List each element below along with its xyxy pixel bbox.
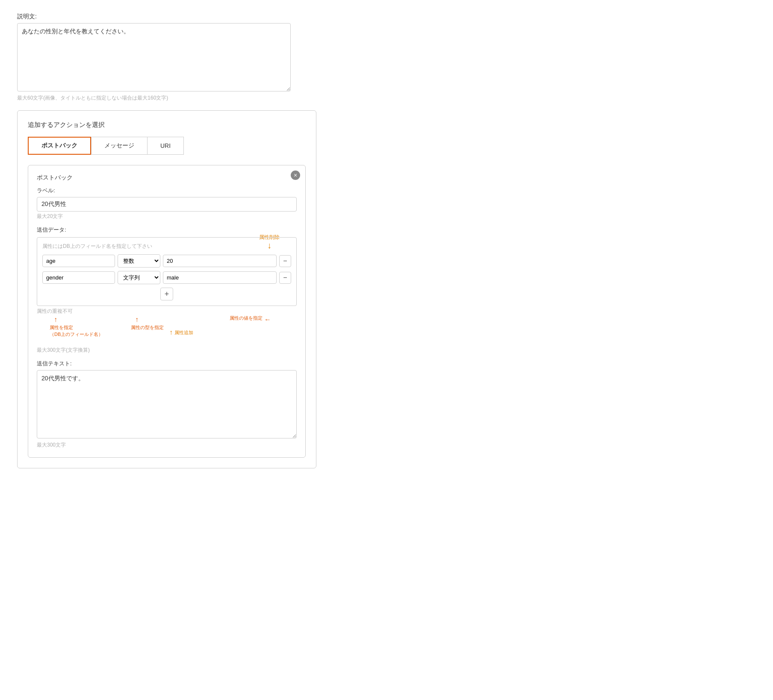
- annotation-attr-value: 属性の値を指定 ←: [230, 315, 271, 324]
- send-text-max-hint: 最大300文字: [37, 441, 297, 449]
- tab-bar: ポストバック メッセージ URI: [28, 137, 306, 155]
- description-label: 説明文:: [17, 13, 756, 21]
- action-selector-title: 追加するアクションを選択: [28, 121, 306, 129]
- description-textarea[interactable]: あなたの性別と年代を教えてください。: [17, 23, 291, 91]
- postback-card-title: ポストバック: [37, 174, 297, 182]
- annotation-attr-name: ↑ 属性を指定（DB上のフィールド名）: [50, 315, 103, 338]
- add-attribute-button[interactable]: +: [160, 288, 173, 300]
- attr-value-input-2[interactable]: [163, 271, 277, 284]
- attr-type-select-1[interactable]: 整数 文字列 小数 真偽値: [118, 254, 160, 268]
- annotation-attr-type: ↑ 属性の型を指定: [131, 315, 164, 331]
- tab-message[interactable]: メッセージ: [91, 137, 148, 155]
- send-text-textarea[interactable]: 20代男性です。: [37, 370, 297, 438]
- annotation-attr-value-text: 属性の値を指定: [230, 315, 263, 321]
- annotation-attr-add: ↑ 属性追加: [169, 328, 193, 337]
- label-max-hint: 最大20文字: [37, 213, 297, 220]
- send-data-label: 送信データ:: [37, 226, 297, 234]
- annotations-wrapper: 属性削除 ↓ 属性にはDB上のフィールド名を指定して下さい 整数 文字列 小数 …: [37, 237, 297, 315]
- attribute-row-2: 整数 文字列 小数 真偽値 −: [42, 271, 291, 284]
- description-section: 説明文: あなたの性別と年代を教えてください。 最大60文字(画像、タイトルとも…: [17, 13, 756, 102]
- bottom-annotations: ↑ 属性を指定（DB上のフィールド名） ↑ 属性の型を指定 属性の値を指定 ← …: [37, 315, 297, 345]
- minus-button-2[interactable]: −: [279, 272, 291, 284]
- attr-type-select-2[interactable]: 整数 文字列 小数 真偽値: [118, 271, 160, 284]
- tab-uri[interactable]: URI: [148, 137, 184, 155]
- send-data-max-hint: 最大300文字(文字換算): [37, 347, 297, 354]
- send-text-label: 送信テキスト:: [37, 360, 297, 368]
- annotation-attr-name-text: 属性を指定（DB上のフィールド名）: [50, 324, 103, 338]
- arrow-left-value-icon: ←: [264, 315, 271, 324]
- attribute-row-1: 整数 文字列 小数 真偽値 −: [42, 254, 291, 268]
- label-field-label: ラベル:: [37, 187, 297, 194]
- annotation-attr-add-text: 属性追加: [174, 329, 193, 336]
- minus-button-1[interactable]: −: [279, 255, 291, 267]
- close-button[interactable]: ×: [291, 171, 300, 180]
- label-input[interactable]: [37, 197, 297, 212]
- attr-name-input-2[interactable]: [42, 271, 115, 284]
- tab-postback[interactable]: ポストバック: [28, 137, 91, 155]
- action-container: 追加するアクションを選択 ポストバック メッセージ URI ポストバック × ラ…: [17, 110, 316, 468]
- add-btn-row: +: [42, 288, 291, 300]
- attr-value-input-1[interactable]: [163, 255, 277, 267]
- postback-card: ポストバック × ラベル: 最大20文字 送信データ: 属性削除 ↓ 属性にはD…: [28, 165, 306, 458]
- attr-name-input-1[interactable]: [42, 255, 115, 267]
- send-data-box: 属性にはDB上のフィールド名を指定して下さい 整数 文字列 小数 真偽値 −: [37, 237, 297, 306]
- arrow-up-name-icon: ↑: [54, 315, 57, 324]
- description-hint: 最大60文字(画像、タイトルともに指定しない場合は最大160文字): [17, 94, 756, 102]
- annotation-attr-type-text: 属性の型を指定: [131, 324, 164, 331]
- no-duplicate-hint: 属性の重複不可: [37, 308, 297, 315]
- arrow-up-add-icon: ↑: [169, 328, 173, 337]
- send-data-hint: 属性にはDB上のフィールド名を指定して下さい: [42, 243, 291, 250]
- arrow-up-type-icon: ↑: [135, 315, 139, 324]
